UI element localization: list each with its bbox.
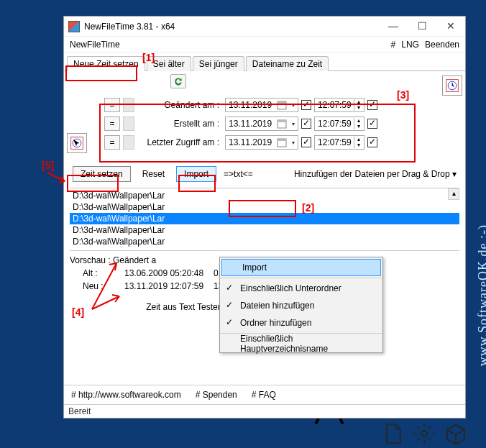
equalize-button[interactable]: =	[104, 98, 120, 112]
list-item[interactable]: D:\3d-wal\Wallpaper\Lar	[70, 201, 459, 213]
svg-rect-10	[278, 101, 286, 104]
date-input-modified[interactable]: 13.11.2019 ▾	[225, 98, 298, 112]
label-accessed: Letzter Zugriff am :	[137, 137, 222, 147]
app-icon	[68, 21, 80, 32]
footer-links: # http://www.softwareok.com # Spenden # …	[64, 385, 465, 404]
chevron-down-icon: ▾	[292, 140, 295, 146]
tab-sei-aelter[interactable]: Sei älter	[147, 56, 191, 71]
neu-value: 13.11.2019 12:07:59	[124, 281, 203, 291]
clock-icon	[445, 78, 459, 93]
menu-quit[interactable]: Beenden	[425, 40, 459, 50]
drag-drop-label[interactable]: Hinzufügen der Dateien per Drag & Drop ▾	[294, 169, 457, 179]
action-row: Zeit setzen Reset Import =>txt<= Hinzufü…	[70, 165, 459, 183]
clock-cursor-icon	[70, 136, 84, 150]
spacer-cell	[123, 98, 134, 112]
neu-label: Neu :	[83, 281, 114, 291]
footer-faq[interactable]: # FAQ	[252, 390, 276, 400]
dropdown-incl-mainname[interactable]: Einschließlich Hauptverzeichnisname	[220, 335, 382, 352]
svg-rect-14	[278, 139, 286, 141]
checkbox-time-created[interactable]	[367, 119, 377, 129]
tab-dateiname[interactable]: Dateiname zu Zeit	[246, 56, 329, 71]
checkbox-time-modified[interactable]	[367, 100, 377, 110]
dropdown-incl-subfolders[interactable]: ✓Einschließlich Unterordner	[220, 280, 382, 297]
checkbox-date-accessed[interactable]	[301, 137, 311, 147]
gear-icon	[413, 422, 436, 445]
equalize-button[interactable]: =	[104, 116, 120, 131]
window-title: NewFileTime 3.81 - x64	[84, 22, 379, 32]
check-icon: ✓	[226, 300, 233, 310]
tab-content: = Geändert am : 13.11.2019 ▾ 12:07:59 ▴▾…	[64, 71, 465, 385]
checkbox-date-modified[interactable]	[301, 100, 311, 110]
svg-point-0	[421, 431, 427, 436]
time-input-accessed[interactable]: 12:07:59 ▴▾	[314, 135, 364, 150]
checkbox-time-accessed[interactable]	[367, 137, 377, 147]
equalize-button[interactable]: =	[104, 135, 120, 150]
list-item[interactable]: D:\3d-wal\Wallpaper\Lar	[70, 224, 459, 236]
import-dropdown: Import ✓Einschließlich Unterordner ✓Date…	[219, 257, 383, 353]
reset-button[interactable]: Reset	[135, 167, 172, 181]
label-modified: Geändert am :	[137, 100, 222, 110]
calendar-icon	[277, 137, 287, 147]
row-created: = Erstellt am : 13.11.2019 ▾ 12:07:59 ▴▾	[104, 114, 459, 133]
chevron-down-icon: ▾	[292, 102, 295, 109]
date-grid: = Geändert am : 13.11.2019 ▾ 12:07:59 ▴▾…	[104, 96, 459, 152]
calendar-icon	[277, 119, 287, 129]
watermark-text: www.SoftwareOK.de :-)	[476, 224, 487, 366]
row-modified: = Geändert am : 13.11.2019 ▾ 12:07:59 ▴▾	[104, 96, 459, 114]
svg-rect-12	[278, 120, 286, 122]
spinner[interactable]: ▴▾	[354, 137, 362, 148]
scroll-up-icon[interactable]: ▴	[448, 188, 459, 200]
spacer-cell	[123, 135, 134, 150]
file-list[interactable]: ▴ D:\3d-wal\Wallpaper\Lar D:\3d-wal\Wall…	[70, 188, 459, 251]
set-time-button[interactable]: Zeit setzen	[73, 166, 131, 182]
date-input-accessed[interactable]: 13.11.2019 ▾	[225, 135, 298, 150]
label-created: Erstellt am :	[137, 119, 222, 129]
list-item[interactable]: D:\3d-wal\Wallpaper\Lar	[70, 236, 459, 247]
alt-value: 13.06.2009 05:20:48	[124, 268, 203, 278]
dropdown-add-files[interactable]: ✓Dateien hinzufügen	[220, 297, 382, 314]
app-window: NewFileTime 3.81 - x64 — ☐ ✕ NewFileTime…	[63, 16, 466, 419]
refresh-button[interactable]	[170, 74, 186, 88]
calendar-icon	[277, 100, 287, 110]
refresh-icon	[173, 76, 183, 86]
close-button[interactable]: ✕	[436, 17, 465, 37]
titlebar: NewFileTime 3.81 - x64 — ☐ ✕	[64, 17, 465, 37]
list-item[interactable]: D:\3d-wal\Wallpaper\Lar	[70, 213, 459, 224]
alt-label: Alt :	[83, 268, 114, 278]
menu-hash[interactable]: #	[391, 40, 396, 50]
check-icon: ✓	[226, 283, 233, 293]
dropdown-add-folders[interactable]: ✓Ordner hinzufügen	[220, 314, 382, 332]
tab-neue-zeit[interactable]: Neue Zeit setzen	[67, 56, 145, 71]
clock-icon-right[interactable]	[442, 76, 462, 96]
txt-button[interactable]: =>txt<=	[221, 169, 256, 179]
time-input-modified[interactable]: 12:07:59 ▴▾	[314, 98, 364, 112]
footer-donate[interactable]: # Spenden	[196, 390, 237, 400]
menubar: NewFileTime # LNG Beenden	[64, 37, 465, 52]
dropdown-import[interactable]: Import	[221, 259, 381, 276]
check-icon: ✓	[226, 317, 233, 327]
box-icon	[444, 422, 467, 445]
tab-sei-juenger[interactable]: Sei jünger	[193, 56, 244, 71]
spinner[interactable]: ▴▾	[354, 118, 362, 129]
text-tester-label: Zeit aus Text Tester	[146, 302, 221, 312]
spinner[interactable]: ▴▾	[354, 99, 362, 111]
chevron-down-icon: ▾	[292, 121, 295, 127]
clock-icon-left[interactable]	[67, 133, 87, 153]
checkbox-date-created[interactable]	[301, 119, 311, 129]
time-input-created[interactable]: 12:07:59 ▴▾	[314, 116, 364, 131]
maximize-button[interactable]: ☐	[408, 17, 436, 37]
menu-lng[interactable]: LNG	[401, 40, 419, 50]
spacer-cell	[123, 116, 134, 131]
row-accessed: = Letzter Zugriff am : 13.11.2019 ▾ 12:0…	[104, 133, 459, 152]
status-bar: Bereit	[64, 404, 465, 418]
date-input-created[interactable]: 13.11.2019 ▾	[225, 116, 298, 131]
minimize-button[interactable]: —	[379, 17, 408, 37]
import-button[interactable]: Import	[176, 166, 216, 182]
decorative-bottom-icons	[381, 422, 467, 445]
list-item[interactable]: D:\3d-wal\Wallpaper\Lar	[70, 190, 459, 201]
page-icon	[381, 422, 404, 445]
footer-url[interactable]: # http://www.softwareok.com	[71, 390, 181, 400]
menu-app[interactable]: NewFileTime	[70, 40, 120, 50]
tab-strip: Neue Zeit setzen Sei älter Sei jünger Da…	[64, 52, 465, 71]
